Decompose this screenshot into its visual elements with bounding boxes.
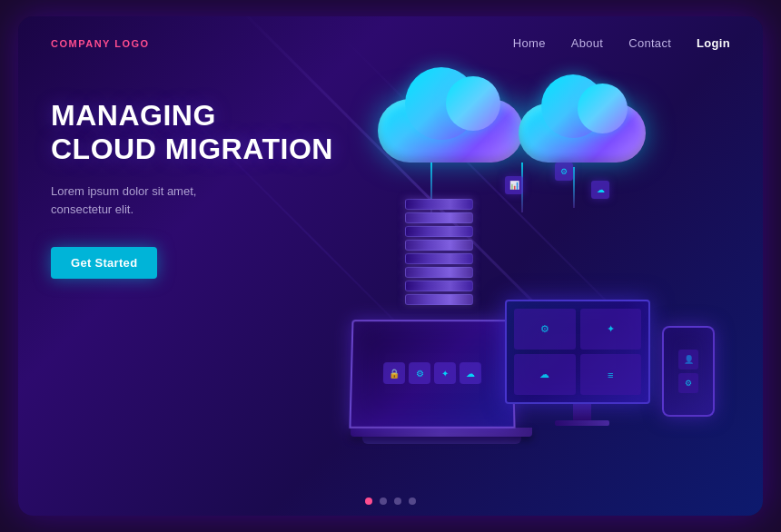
monitor-icon-gear: ⚙: [514, 309, 576, 350]
monitor-icon-menu: ≡: [580, 354, 642, 395]
server-unit-3: [405, 226, 473, 237]
pagination: [365, 498, 416, 505]
server-stack: [405, 199, 473, 308]
hero-subtitle: Lorem ipsum dolor sit amet, consectetur …: [51, 182, 341, 221]
laptop-screen: 🔒 ⚙ ✦ ☁: [349, 320, 515, 429]
float-icon-gear: ⚙: [555, 163, 573, 181]
float-icon-chart: 📊: [505, 176, 523, 194]
monitor-device: ⚙ ✦ ☁ ≡: [505, 300, 659, 426]
laptop-base: [351, 428, 532, 437]
server-unit-2: [405, 212, 473, 223]
pagination-dot-2[interactable]: [380, 498, 387, 505]
nav-home[interactable]: Home: [513, 36, 546, 50]
hero-text-area: MANAGING CLOUD MIGRATION Lorem ipsum dol…: [51, 72, 341, 279]
phone-screen-content: 👤 ⚙: [671, 335, 706, 408]
laptop-icon-lock: 🔒: [383, 362, 405, 384]
pagination-dot-1[interactable]: [365, 498, 372, 505]
phone-screen: 👤 ⚙: [662, 326, 715, 417]
monitor-icon-cloud: ☁: [514, 354, 576, 395]
pagination-dot-4[interactable]: [409, 498, 416, 505]
cloud-container: [378, 72, 705, 199]
company-logo: COMPANY LOGO: [51, 38, 150, 49]
server-unit-6: [405, 267, 473, 278]
server-unit-4: [405, 240, 473, 251]
monitor-screen: ⚙ ✦ ☁ ≡: [505, 300, 650, 404]
phone-icon-user: 👤: [678, 350, 698, 369]
float-icon-cloud: ☁: [591, 181, 609, 199]
nav-contact[interactable]: Contact: [628, 36, 671, 50]
laptop-screen-content: 🔒 ⚙ ✦ ☁: [357, 327, 509, 421]
laptop-keyboard: [362, 437, 521, 444]
laptop-icon-gear: ⚙: [409, 362, 430, 384]
monitor-stand: [573, 404, 591, 420]
get-started-button[interactable]: Get Started: [51, 247, 157, 279]
laptop-icon-star: ✦: [434, 362, 456, 384]
server-unit-1: [405, 199, 473, 210]
phone-device: 👤 ⚙: [662, 326, 721, 417]
connection-line-3: [573, 167, 575, 208]
navbar: COMPANY LOGO Home About Contact Login: [18, 16, 763, 63]
monitor-base: [555, 420, 609, 426]
laptop-icon-cloud: ☁: [460, 362, 481, 384]
illustration-area: 📊 ⚙ ☁ 🔒 ⚙ ✦: [323, 72, 730, 462]
server-unit-5: [405, 253, 473, 264]
server-unit-8: [405, 294, 473, 305]
cloud-2: [519, 103, 646, 163]
monitor-screen-content: ⚙ ✦ ☁ ≡: [514, 309, 641, 395]
monitor-icon-star: ✦: [580, 309, 642, 350]
nav-links: Home About Contact Login: [513, 36, 730, 50]
page-wrapper: COMPANY LOGO Home About Contact Login MA…: [18, 16, 763, 516]
cloud-1: [378, 99, 523, 163]
main-content: MANAGING CLOUD MIGRATION Lorem ipsum dol…: [18, 63, 763, 462]
nav-about[interactable]: About: [571, 36, 603, 50]
phone-icon-gear: ⚙: [678, 373, 698, 393]
server-unit-7: [405, 281, 473, 291]
pagination-dot-3[interactable]: [394, 498, 401, 505]
nav-login[interactable]: Login: [697, 36, 730, 50]
hero-headline: MANAGING CLOUD MIGRATION: [51, 99, 341, 166]
